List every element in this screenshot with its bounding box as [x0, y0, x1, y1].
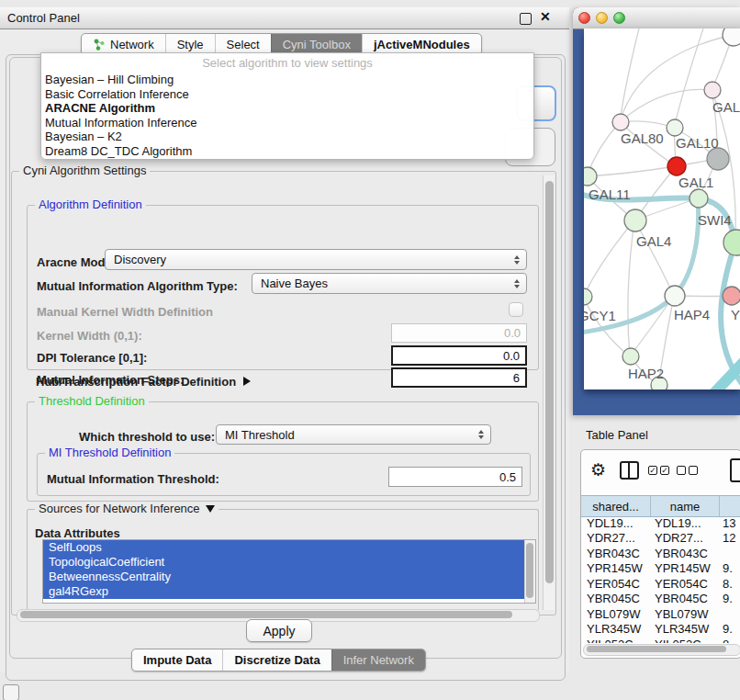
export-table-icon[interactable]	[730, 458, 740, 482]
aracne-mode-combobox[interactable]: Discovery	[105, 249, 527, 270]
list-vertical-scrollbar-thumb[interactable]	[526, 543, 533, 598]
mi-threshold-field[interactable]: 0.5	[388, 467, 522, 487]
table-panel: ⚙ ✓✓ shared... name YDL19...YDL19...13 Y…	[580, 449, 740, 659]
settings-vertical-scrollbar[interactable]	[543, 175, 555, 610]
node-label: HAP2	[628, 366, 664, 381]
network-view-window: GAL GAL80 GAL10 GAL1 GAL11 SWI4 GAL4 GCY…	[573, 7, 740, 415]
zoom-traffic-light-icon[interactable]	[613, 12, 625, 24]
node-big-green[interactable]	[723, 230, 740, 255]
apply-button-label: Apply	[263, 624, 295, 638]
which-threshold-combobox[interactable]: MI Threshold	[216, 424, 491, 445]
tab-style-label: Style	[177, 38, 204, 51]
node-gal4[interactable]	[624, 209, 646, 231]
network-canvas[interactable]: GAL GAL80 GAL10 GAL1 GAL11 SWI4 GAL4 GCY…	[584, 28, 740, 390]
cyni-bottom-tabbar: Impute Data Discretize Data Infer Networ…	[131, 649, 426, 672]
control-panel-titlebar[interactable]: Control Panel	[0, 7, 569, 29]
node-gray[interactable]	[707, 148, 729, 170]
table-horizontal-scrollbar-thumb[interactable]	[587, 646, 726, 652]
select-all-columns-icon[interactable]: ✓✓	[648, 466, 669, 475]
tab-discretize-data[interactable]: Discretize Data	[222, 649, 331, 671]
hub-definition-expander[interactable]: Hub/Transcription Factor Definition	[36, 374, 251, 389]
node-hap4[interactable]	[665, 286, 685, 306]
dpi-tolerance-field[interactable]: 0.0	[391, 345, 527, 366]
close-traffic-light-icon[interactable]	[578, 12, 590, 24]
dropdown-item-dream8[interactable]: Dream8 DC_TDC Algorithm	[41, 144, 533, 159]
table-row[interactable]: YER054CYER054C8.	[581, 576, 740, 592]
node-hap2[interactable]	[622, 348, 639, 365]
network-node-labels: GAL GAL80 GAL10 GAL1 GAL11 SWI4 GAL4 GCY…	[584, 99, 740, 381]
table-row[interactable]: YBR043CYBR043C	[581, 546, 740, 561]
list-item-gal4rgexp[interactable]: gal4RGexp	[43, 584, 535, 599]
table-row[interactable]: YIL052CYIL052C8.	[581, 637, 740, 643]
tab-infer-network[interactable]: Infer Network	[331, 649, 425, 671]
mi-threshold-definition-title: MI Threshold Definition	[45, 446, 174, 459]
node-gal-partial[interactable]	[704, 82, 721, 98]
gear-icon[interactable]: ⚙	[590, 459, 606, 480]
dropdown-item-bayesian-hill-climbing[interactable]: Bayesian – Hill Climbing	[41, 73, 533, 87]
mi-threshold-label: Mutual Information Threshold:	[47, 472, 219, 486]
table-row[interactable]: YDL19...YDL19...13	[581, 515, 740, 531]
algorithm-dropdown: Select algorithm to view settings Bayesi…	[40, 52, 534, 160]
table-panel-title: Table Panel	[586, 428, 648, 442]
node-gcy1[interactable]	[584, 288, 592, 305]
list-item-selfloops[interactable]: SelfLoops	[43, 540, 535, 555]
column-header-partial[interactable]	[720, 496, 740, 516]
app-root: { "colors": { "selection_blue": "#3c66c4…	[0, 0, 740, 700]
table-row[interactable]: YPR145WYPR145W9.	[581, 561, 740, 577]
sources-group-header[interactable]: Sources for Network Inference	[35, 502, 219, 515]
network-icon	[93, 39, 106, 51]
dock-panel-icon[interactable]	[3, 684, 19, 700]
float-window-icon[interactable]	[520, 13, 532, 25]
list-vertical-scrollbar[interactable]	[524, 540, 535, 603]
mi-threshold-definition-group: MI Threshold Definition Mutual Informati…	[37, 453, 531, 496]
mi-steps-field[interactable]: 6	[391, 367, 527, 388]
close-icon[interactable]: ✕	[540, 9, 551, 24]
combo-stepper-icon	[478, 430, 484, 439]
node-label: GCY1	[584, 308, 616, 323]
manual-kernel-width-checkbox[interactable]	[509, 302, 523, 317]
data-attributes-list[interactable]: SelfLoops TopologicalCoefficient Between…	[42, 539, 536, 604]
dropdown-item-basic-correlation[interactable]: Basic Correlation Inference	[41, 87, 533, 102]
mi-algorithm-type-combobox[interactable]: Naive Bayes	[252, 273, 527, 294]
node-unlabeled-top[interactable]	[723, 28, 740, 46]
sources-group-title: Sources for Network Inference	[39, 502, 200, 515]
list-item-topologicalcoefficient[interactable]: TopologicalCoefficient	[43, 555, 535, 570]
node-salmon[interactable]	[723, 287, 740, 305]
kernel-width-field[interactable]: 0.0	[391, 323, 527, 343]
columns-icon[interactable]	[620, 461, 639, 480]
node-gal1-red[interactable]	[667, 157, 686, 175]
dropdown-item-bayesian-k2[interactable]: Bayesian – K2	[41, 130, 533, 144]
algorithm-definition-title: Algorithm Definition	[35, 198, 146, 211]
node-gal80[interactable]	[612, 114, 629, 130]
network-window-titlebar[interactable]	[573, 7, 740, 29]
network-graph: GAL GAL80 GAL10 GAL1 GAL11 SWI4 GAL4 GCY…	[584, 28, 740, 390]
node-swi4[interactable]	[690, 189, 708, 208]
node-label: GAL10	[676, 135, 719, 151]
settings-horizontal-scrollbar-thumb[interactable]	[20, 611, 512, 618]
dropdown-item-mutual-information[interactable]: Mutual Information Inference	[41, 116, 533, 130]
tab-network-label: Network	[110, 38, 154, 51]
dropdown-item-aracne[interactable]: ARACNE Algorithm	[41, 101, 533, 116]
tab-impute-data[interactable]: Impute Data	[132, 649, 222, 671]
table-body: YDL19...YDL19...13 YDR27...YDR27...12 YB…	[581, 515, 740, 643]
table-row[interactable]: YBL079WYBL079W	[581, 606, 740, 622]
table-row[interactable]: YLR345WYLR345W9.	[581, 622, 740, 638]
settings-vertical-scrollbar-thumb[interactable]	[545, 181, 554, 583]
cyni-algorithm-settings-group: Cyni Algorithm Settings Algorithm Defini…	[11, 171, 556, 615]
minimize-traffic-light-icon[interactable]	[596, 12, 608, 24]
dpi-tolerance-value: 0.0	[503, 349, 520, 363]
table-row[interactable]: YDR27...YDR27...12	[581, 531, 740, 547]
column-header-name[interactable]: name	[651, 496, 720, 516]
apply-button[interactable]: Apply	[246, 619, 312, 642]
node-label: GAL1	[678, 175, 713, 190]
combo-stepper-icon	[514, 255, 520, 265]
table-row[interactable]: YBR045CYBR045C9.	[581, 592, 740, 607]
table-horizontal-scrollbar[interactable]	[583, 644, 740, 656]
data-attributes-label: Data Attributes	[35, 526, 120, 540]
node-gal11[interactable]	[584, 167, 597, 186]
node-gal10[interactable]	[667, 119, 683, 136]
deselect-all-columns-icon[interactable]	[677, 466, 698, 475]
column-header-shared-name[interactable]: shared...	[581, 496, 651, 516]
list-item-betweennesscentrality[interactable]: BetweennessCentrality	[43, 570, 535, 584]
algorithm-definition-group: Algorithm Definition Aracne Mode: Discov…	[27, 205, 539, 370]
